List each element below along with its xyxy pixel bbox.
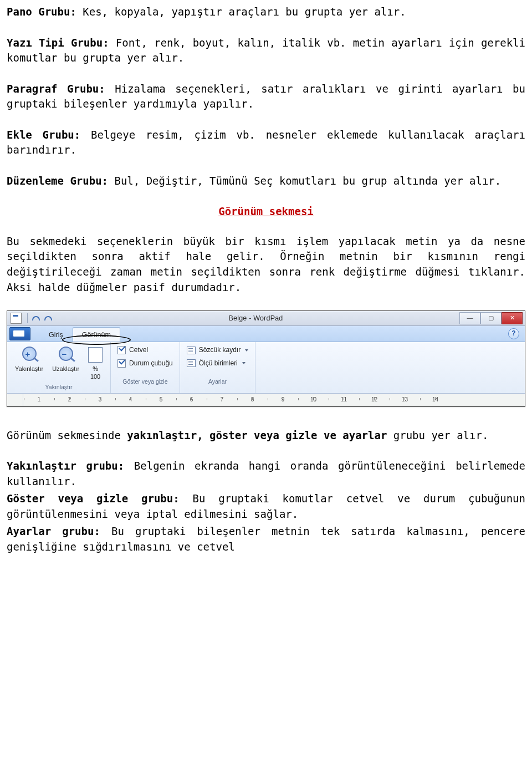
ruler[interactable]: 1234567891011121314 [7, 394, 525, 406]
group-label-ayarlar: Ayarlar [208, 378, 227, 386]
ruler-tick: 4 [115, 396, 146, 404]
units-icon [187, 359, 196, 367]
label-units: Ölçü birimleri [199, 359, 238, 368]
checkbox-durum[interactable] [117, 359, 126, 368]
titlebar[interactable]: Belge - WordPad — ▢ ✕ [7, 311, 525, 326]
zoom-out-label: Uzaklaştır [52, 365, 79, 372]
redo-icon[interactable] [43, 314, 52, 323]
qat-separator [27, 313, 28, 323]
label-wrap: Sözcük kaydır [199, 345, 241, 355]
chevron-down-icon [245, 349, 248, 352]
word-wrap-button[interactable]: Sözcük kaydır [185, 344, 250, 356]
label-cetvel: Cetvel [129, 345, 148, 355]
label-paragraf: Paragraf Grubu: [7, 83, 105, 95]
zoom-out-button[interactable]: − Uzaklaştır [49, 344, 83, 373]
label-pano: Pano Grubu: [7, 6, 76, 18]
label-durum: Durum çubuğu [129, 359, 173, 368]
group-goster: Cetvel Durum çubuğu Göster veya gizle [111, 342, 180, 393]
para-ayarlar: Ayarlar grubu: Bu gruptaki bileşenler me… [7, 524, 525, 554]
text-duzenleme: Bul, Değiştir, Tümünü Seç komutları bu g… [108, 175, 501, 187]
window-title: Belge - WordPad [52, 313, 459, 323]
ruler-tick: 2 [54, 396, 85, 404]
label-duzenleme: Düzenleme Grubu: [7, 175, 108, 187]
label-ayarlar-grubu: Ayarlar grubu: [7, 525, 100, 537]
para-yakin: Yakınlaştır grubu: Belgenin ekranda hang… [7, 459, 525, 489]
ruler-tick: 8 [237, 396, 268, 404]
ruler-tick: 14 [420, 396, 451, 404]
para-gorunum-body: Bu sekmedeki seçeneklerin büyük bir kısm… [7, 234, 525, 295]
text-body2c: grubu yer alır. [387, 429, 488, 441]
tab-strip: Giriş Görünüm ? [7, 326, 525, 342]
ruler-tick: 1 [24, 396, 54, 404]
window-buttons: — ▢ ✕ [459, 312, 523, 324]
checkbox-durum-row[interactable]: Durum çubuğu [115, 358, 175, 369]
para-yazi: Yazı Tipi Grubu: Font, renk, boyut, kalı… [7, 35, 525, 66]
minimize-button[interactable]: — [459, 312, 480, 324]
zoom-100-button[interactable]: % 100 [85, 344, 106, 381]
label-yakin-grubu: Yakınlaştır grubu: [7, 460, 124, 472]
tab-gorunum[interactable]: Görünüm [73, 327, 120, 342]
para-duzenleme: Düzenleme Grubu: Bul, Değiştir, Tümünü S… [7, 174, 525, 189]
document-page: Pano Grubu: Kes, kopyala, yapıştır araçl… [0, 0, 532, 561]
close-button[interactable]: ✕ [502, 312, 523, 324]
ruler-tick: 11 [329, 396, 359, 404]
zoom-in-label: Yakınlaştır [15, 365, 43, 372]
label-goster-grubu: Göster veya gizle grubu: [7, 492, 180, 505]
ruler-tick: 6 [176, 396, 207, 404]
text-ekle: Belgeye resim, çizim vb. nesneler ekleme… [7, 129, 525, 156]
word-wrap-icon [187, 347, 196, 354]
group-label-goster: Göster veya gizle [122, 378, 167, 386]
help-button[interactable]: ? [508, 328, 519, 339]
undo-icon[interactable] [31, 314, 40, 323]
section-heading-gorunum: Görünüm sekmesi [7, 204, 525, 220]
text-pano: Kes, kopyala, yapıştır araçları bu grupt… [76, 6, 406, 18]
ruler-tick: 7 [207, 396, 237, 404]
ruler-corner [7, 394, 23, 406]
label-ekle: Ekle Grubu: [7, 129, 80, 141]
ribbon: + Yakınlaştır − Uzaklaştır [7, 342, 525, 393]
zoom-100-label-b: 100 [90, 373, 100, 380]
zoom-out-icon: − [57, 345, 75, 364]
para-ekle: Ekle Grubu: Belgeye resim, çizim vb. nes… [7, 128, 525, 158]
ruler-tick: 13 [390, 396, 420, 404]
checkbox-cetvel-row[interactable]: Cetvel [115, 344, 175, 356]
para-gorunum-summary: Görünüm sekmesinde yakınlaştır, göster v… [7, 428, 525, 444]
file-menu-button[interactable] [9, 327, 30, 340]
ruler-tick: 12 [359, 396, 390, 404]
label-yazi: Yazı Tipi Grubu: [7, 37, 109, 49]
page-icon [88, 347, 103, 363]
para-paragraf: Paragraf Grubu: Hizalama seçenekleri, sa… [7, 82, 525, 112]
text-body2a: Görünüm sekmesinde [7, 429, 127, 441]
group-label-yakin: Yakınlaştır [45, 383, 73, 391]
para-goster: Göster veya gizle grubu: Bu gruptaki kom… [7, 491, 525, 522]
zoom-100-label-a: % [93, 365, 98, 372]
checkbox-cetvel[interactable] [117, 346, 126, 354]
zoom-in-icon: + [20, 345, 39, 364]
para-pano: Pano Grubu: Kes, kopyala, yapıştır araçl… [7, 4, 525, 20]
group-ayarlar: Sözcük kaydır Ölçü birimleri Ayarlar [180, 342, 255, 393]
text-body2b: yakınlaştır, göster veya gizle ve ayarla… [127, 429, 387, 441]
quick-access-toolbar [31, 314, 52, 323]
ruler-tick: 5 [146, 396, 176, 404]
app-icon[interactable] [11, 313, 22, 324]
wordpad-window: Belge - WordPad — ▢ ✕ Giriş Görünüm ? + [7, 310, 525, 406]
zoom-in-button[interactable]: + Yakınlaştır [12, 344, 47, 373]
group-yakin: + Yakınlaştır − Uzaklaştır [7, 342, 111, 393]
ruler-track: 1234567891011121314 [24, 394, 525, 406]
ruler-tick: 3 [85, 396, 115, 404]
ruler-tick: 10 [298, 396, 329, 404]
maximize-button[interactable]: ▢ [480, 312, 502, 324]
chevron-down-icon [242, 362, 245, 364]
measurement-units-button[interactable]: Ölçü birimleri [185, 358, 250, 369]
ruler-tick: 9 [268, 396, 298, 404]
tab-giris[interactable]: Giriş [39, 327, 73, 342]
